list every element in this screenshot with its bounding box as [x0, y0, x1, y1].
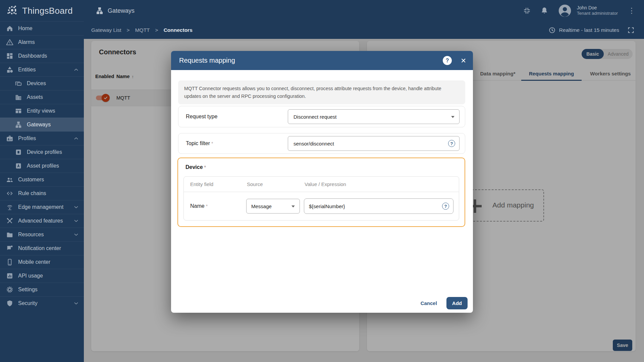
- advanced-features-icon: [6, 217, 13, 225]
- dialog-header: Requests mapping ? ✕: [171, 51, 473, 70]
- source-select[interactable]: Message: [246, 199, 300, 214]
- required-asterisk: *: [204, 165, 206, 170]
- close-icon[interactable]: ✕: [461, 57, 466, 65]
- request-type-label: Request type: [186, 114, 217, 120]
- required-asterisk: *: [211, 141, 213, 146]
- sidebar-item-profiles[interactable]: Profiles: [0, 131, 84, 145]
- profiles-icon: [6, 135, 13, 142]
- thingsboard-app: ThingsBoard Home Alarms Dashboards Entit…: [0, 0, 644, 362]
- device-section: Device* Entity field Source Value / Expr…: [177, 158, 465, 227]
- brand-name: ThingsBoard: [22, 6, 73, 16]
- topic-filter-row: Topic filter* sensor/disconnect ?: [178, 133, 465, 154]
- clock-icon: [548, 26, 556, 34]
- gateways-icon: [96, 7, 104, 15]
- notifications-bell-icon[interactable]: [540, 6, 549, 15]
- sidebar-item-settings[interactable]: Settings: [0, 283, 84, 296]
- sidebar-item-customers[interactable]: Customers: [0, 173, 84, 186]
- breadcrumb-separator: >: [155, 27, 158, 33]
- thingsboard-logo-icon: [6, 4, 19, 17]
- cancel-button[interactable]: Cancel: [421, 300, 437, 306]
- sidebar-item-mobile-center[interactable]: Mobile center: [0, 255, 84, 269]
- sidebar-item-entities[interactable]: Entities: [0, 63, 84, 76]
- sidebar-item-alarms[interactable]: Alarms: [0, 35, 84, 49]
- chevron-down-icon: [73, 232, 79, 238]
- breadcrumb: Gateway List > MQTT > Connectors: [84, 27, 193, 33]
- top-header: Gateways John Doe Tenant administrator ⋮: [84, 0, 644, 21]
- edge-management-icon: [6, 203, 13, 211]
- chevron-up-icon: [73, 67, 79, 73]
- request-type-select[interactable]: Disconnect request: [288, 109, 460, 124]
- required-asterisk: *: [206, 203, 208, 209]
- chart-icon: [6, 272, 13, 280]
- page-title: Gateways: [108, 7, 135, 14]
- user-info[interactable]: John Doe Tenant administrator: [577, 5, 618, 16]
- dialog-footer: Cancel Add: [421, 297, 468, 309]
- more-menu-icon[interactable]: ⋮: [627, 6, 637, 15]
- breadcrumb-mqtt[interactable]: MQTT: [135, 27, 150, 33]
- notification-flag-icon: [6, 245, 13, 252]
- brand[interactable]: ThingsBoard: [0, 0, 84, 21]
- mobile-icon: [6, 258, 13, 266]
- chevron-down-icon: [73, 218, 79, 224]
- timewindow-label: Realtime - last 15 minutes: [559, 27, 619, 33]
- add-button[interactable]: Add: [446, 297, 468, 309]
- sidebar-item-gateways[interactable]: Gateways: [0, 118, 84, 131]
- sidebar-item-advanced-features[interactable]: Advanced features: [0, 214, 84, 228]
- alarm-icon: [6, 39, 13, 46]
- column-source: Source: [247, 181, 263, 187]
- sidebar-item-asset-profiles[interactable]: Asset profiles: [0, 159, 84, 173]
- user-name: John Doe: [577, 5, 618, 11]
- sidebar-item-security[interactable]: Security: [0, 296, 84, 310]
- sidebar-item-resources[interactable]: Resources: [0, 228, 84, 241]
- breadcrumb-gateway-list[interactable]: Gateway List: [91, 27, 121, 33]
- device-table: Entity field Source Value / Expression N…: [183, 176, 459, 221]
- requests-mapping-dialog: Requests mapping ? ✕ MQTT Connector requ…: [171, 51, 473, 313]
- dialog-title: Requests mapping: [179, 57, 443, 64]
- help-icon[interactable]: ?: [442, 203, 449, 210]
- dashboards-icon: [6, 52, 13, 60]
- asset-profiles-icon: [15, 162, 22, 170]
- entity-views-icon: [15, 107, 22, 115]
- shield-icon: [6, 300, 13, 307]
- assets-icon: [15, 94, 22, 101]
- avatar[interactable]: [557, 3, 572, 18]
- sidebar-item-dashboards[interactable]: Dashboards: [0, 49, 84, 63]
- rule-chains-icon: [6, 190, 13, 197]
- column-value-expression: Value / Expression: [305, 181, 346, 187]
- device-table-header: Entity field Source Value / Expression: [184, 177, 459, 192]
- collapse-icon[interactable]: [523, 6, 531, 15]
- sidebar-item-home[interactable]: Home: [0, 21, 84, 35]
- sidebar-item-assets[interactable]: Assets: [0, 90, 84, 104]
- dialog-description: MQTT Connector requests allows you to co…: [178, 80, 465, 104]
- sidebar-item-entity-views[interactable]: Entity views: [0, 104, 84, 118]
- timewindow-button[interactable]: Realtime - last 15 minutes: [548, 26, 644, 34]
- sidebar-item-device-profiles[interactable]: Device profiles: [0, 145, 84, 159]
- breadcrumb-bar: Gateway List > MQTT > Connectors Realtim…: [84, 21, 644, 39]
- entities-icon: [6, 66, 13, 73]
- chevron-down-icon: [451, 116, 454, 118]
- sidebar-item-devices[interactable]: Devices: [0, 76, 84, 90]
- sidebar-item-notification-center[interactable]: Notification center: [0, 241, 84, 255]
- sidebar-item-edge-management[interactable]: Edge management: [0, 200, 84, 214]
- help-icon[interactable]: ?: [448, 140, 455, 147]
- device-table-row: Name* Message ${serialNumber} ?: [184, 192, 459, 220]
- chevron-down-icon: [73, 204, 79, 210]
- device-section-label: Device*: [185, 164, 206, 170]
- column-entity-field: Entity field: [190, 181, 213, 187]
- sidebar: ThingsBoard Home Alarms Dashboards Entit…: [0, 0, 84, 362]
- sidebar-item-api-usage[interactable]: API usage: [0, 269, 84, 283]
- breadcrumb-separator: >: [127, 27, 130, 33]
- gateways-icon: [15, 121, 22, 128]
- sidebar-nav: Home Alarms Dashboards Entities Devices …: [0, 21, 84, 310]
- request-type-row: Request type Disconnect request: [178, 106, 465, 127]
- topic-filter-input[interactable]: sensor/disconnect ?: [288, 136, 460, 151]
- chevron-down-icon: [291, 205, 295, 207]
- device-profiles-icon: [15, 148, 22, 156]
- value-expression-input[interactable]: ${serialNumber} ?: [304, 198, 453, 214]
- chevron-up-icon: [73, 135, 79, 141]
- entity-field-name-label: Name*: [190, 203, 208, 209]
- sidebar-item-rule-chains[interactable]: Rule chains: [0, 186, 84, 200]
- help-icon[interactable]: ?: [443, 56, 452, 65]
- devices-icon: [15, 80, 22, 87]
- fullscreen-icon[interactable]: [627, 26, 635, 34]
